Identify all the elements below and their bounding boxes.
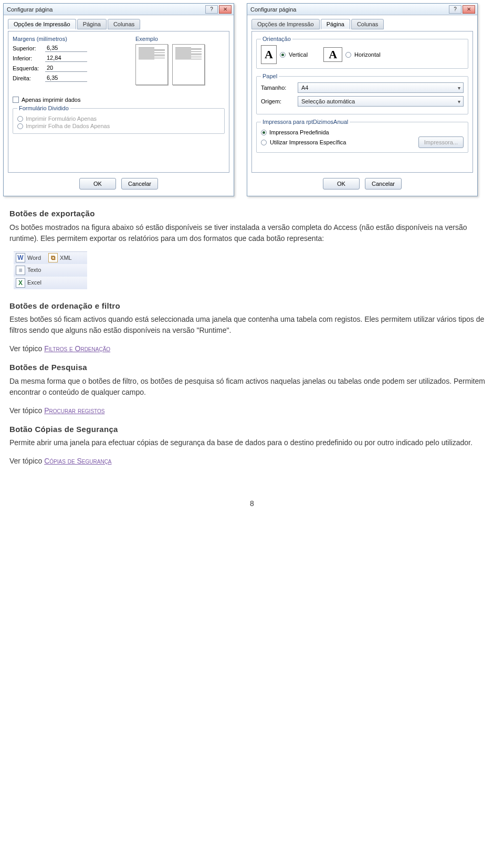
export-icons-block: W Word ⧉ XML ≡ Texto X Excel [14, 251, 87, 289]
specific-printer-radio[interactable] [261, 140, 267, 145]
tamanho-dropdown[interactable]: A4 [298, 82, 464, 93]
dialog-page-setup-left: Configurar página ? ✕ Opções de Impressã… [3, 3, 234, 196]
heading-backup-button: Botão Cópias de Segurança [9, 424, 495, 436]
default-printer-label: Impressora Predefinida [269, 129, 329, 135]
specific-printer-label: Utilizar Impressora Específica [270, 139, 346, 145]
tabs-right: Opções de Impressão Página Colunas [251, 18, 473, 29]
tab-colunas[interactable]: Colunas [351, 19, 384, 29]
close-button[interactable]: ✕ [463, 5, 475, 14]
landscape-page-icon: A [323, 47, 342, 62]
word-label: Word [27, 254, 41, 262]
tab-opcoes-impressao[interactable]: Opções de Impressão [251, 19, 320, 29]
heading-search-buttons: Botões de Pesquisa [9, 362, 495, 374]
esquerda-input[interactable] [45, 64, 87, 72]
vertical-radio[interactable] [280, 52, 286, 58]
see-topic-filters: Ver tópico Filtros e Ordenação [9, 343, 495, 354]
titlebar-left: Configurar página ? ✕ [4, 4, 234, 15]
tabpanel-right: Orientação A Vertical A Horizontal [251, 31, 473, 173]
split-form-group: Formulário Dividido Imprimir Formulário … [13, 105, 225, 134]
paper-group: Papel Tamanho: A4 Origem: Selecção autom… [256, 73, 468, 114]
see-topic-search: Ver tópico Procurar registos [9, 405, 495, 416]
printer-button: Impressora... [418, 136, 464, 148]
word-icon: W [16, 253, 25, 262]
print-form-only-label: Imprimir Formulário Apenas [26, 115, 97, 122]
close-button[interactable]: ✕ [219, 5, 232, 14]
xml-label: XML [60, 254, 72, 262]
paragraph-export: Os botões mostrados na figura abaixo só … [9, 222, 495, 244]
inferior-label: Inferior: [13, 55, 45, 61]
paper-legend: Papel [261, 73, 279, 79]
printer-group: Impressora para rptDizimosAnual Impresso… [256, 119, 468, 153]
portrait-page-icon: A [261, 45, 277, 64]
split-form-legend: Formulário Dividido [17, 105, 70, 111]
example-area: Exemplo [135, 36, 225, 88]
only-data-checkbox[interactable] [13, 97, 19, 103]
excel-label: Excel [27, 278, 41, 287]
print-datasheet-only-label: Imprimir Folha de Dados Apenas [26, 123, 110, 129]
origem-label: Origem: [261, 98, 295, 104]
paragraph-search: Da mesma forma que o botões de filtro, o… [9, 376, 495, 398]
document-body: Botões de exportação Os botões mostrados… [0, 196, 504, 509]
print-form-only-radio [17, 116, 23, 122]
heading-export-buttons: Botões de exportação [9, 208, 495, 220]
horizontal-radio[interactable] [345, 52, 351, 58]
page-number: 8 [9, 498, 495, 509]
tab-pagina[interactable]: Página [77, 19, 107, 29]
link-copias-seguranca[interactable]: Cópias de Segurança [44, 457, 111, 465]
direita-label: Direita: [13, 75, 45, 81]
tab-opcoes-impressao[interactable]: Opções de Impressão [8, 19, 76, 29]
tamanho-label: Tamanho: [261, 85, 295, 91]
orientation-legend: Orientação [261, 36, 292, 42]
tabs-left: Opções de Impressão Página Colunas [8, 18, 229, 29]
dialog-page-setup-right: Configurar página ? ✕ Opções de Impressã… [247, 3, 478, 196]
cancel-button[interactable]: Cancelar [365, 178, 402, 190]
default-printer-radio[interactable] [261, 130, 267, 135]
only-data-label: Apenas imprimir dados [22, 97, 81, 103]
see-topic-prefix: Ver tópico [9, 406, 44, 415]
example-label: Exemplo [135, 36, 225, 42]
link-procurar-registos[interactable]: Procurar registos [44, 406, 104, 415]
see-topic-prefix: Ver tópico [9, 344, 44, 353]
orientation-group: Orientação A Vertical A Horizontal [256, 36, 468, 69]
excel-icon: X [16, 278, 25, 288]
help-button[interactable]: ? [205, 5, 218, 14]
see-topic-prefix: Ver tópico [9, 457, 44, 465]
print-datasheet-only-radio [17, 123, 23, 129]
margins-group: Margens (milímetros) Superior: Inferior:… [13, 36, 128, 84]
titlebar-right: Configurar página ? ✕ [247, 4, 477, 15]
see-topic-backup: Ver tópico Cópias de Segurança [9, 456, 495, 467]
paragraph-sort-filter: Estes botões só ficam activos quando est… [9, 314, 495, 336]
help-button[interactable]: ? [449, 5, 461, 14]
dialog-body-left: Opções de Impressão Página Colunas Marge… [4, 15, 234, 196]
horizontal-label: Horizontal [354, 51, 381, 58]
esquerda-label: Esquerda: [13, 65, 45, 71]
dialog-title: Configurar página [250, 6, 448, 13]
printer-legend: Impressora para rptDizimosAnual [261, 119, 350, 125]
inferior-input[interactable] [45, 54, 87, 62]
origem-dropdown[interactable]: Selecção automática [298, 96, 464, 107]
dialog-title: Configurar página [7, 6, 204, 13]
paragraph-backup: Permite abrir uma janela para efectuar c… [9, 437, 495, 448]
link-filters-ordenacao[interactable]: Filtros e Ordenação [44, 344, 110, 353]
tab-colunas[interactable]: Colunas [108, 19, 140, 29]
ok-button[interactable]: OK [323, 178, 360, 190]
page-preview-icon [172, 44, 205, 85]
direita-input[interactable] [45, 74, 87, 82]
text-icon: ≡ [16, 266, 25, 275]
tab-pagina[interactable]: Página [321, 19, 350, 29]
text-label: Texto [27, 266, 41, 275]
ok-button[interactable]: OK [79, 178, 116, 190]
superior-label: Superior: [13, 45, 45, 51]
vertical-label: Vertical [289, 51, 308, 58]
superior-input[interactable] [45, 44, 87, 52]
cancel-button[interactable]: Cancelar [121, 178, 158, 190]
tabpanel-left: Margens (milímetros) Superior: Inferior:… [8, 31, 229, 173]
margins-legend: Margens (milímetros) [13, 36, 128, 42]
dialog-body-right: Opções de Impressão Página Colunas Orien… [247, 15, 477, 196]
xml-icon: ⧉ [48, 253, 58, 262]
heading-sort-filter: Botões de ordenação e filtro [9, 300, 495, 312]
dialogs-row: Configurar página ? ✕ Opções de Impressã… [0, 0, 504, 196]
page-preview-icon [135, 44, 168, 85]
